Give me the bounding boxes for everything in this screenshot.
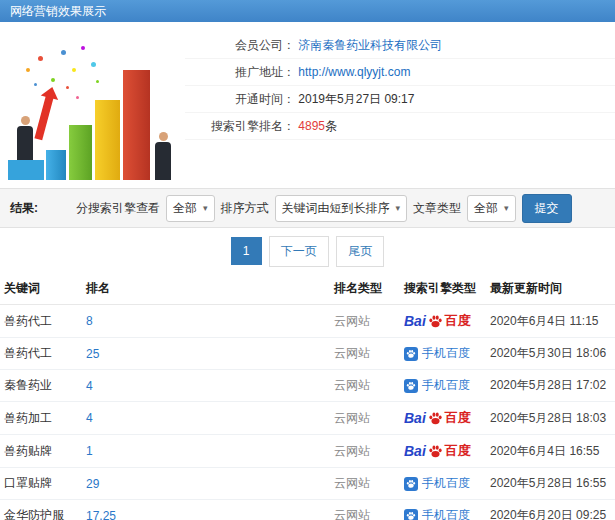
confetti-dot — [81, 46, 85, 50]
keyword-cell: 金华防护服 — [0, 500, 82, 520]
engine-cell: 手机百度 — [400, 500, 486, 520]
engine-cell: 手机百度 — [400, 468, 486, 500]
next-page-button[interactable]: 下一页 — [269, 236, 329, 267]
company-link[interactable]: 济南秦鲁药业科技有限公司 — [298, 38, 442, 52]
article-type-select[interactable]: 全部 ▾ — [467, 195, 516, 222]
paw-icon — [428, 314, 443, 329]
businessman-figure-left — [17, 116, 33, 160]
keyword-cell: 口罩贴牌 — [0, 468, 82, 500]
time-cell: 2020年6月4日 16:55 — [486, 435, 615, 468]
last-page-button[interactable]: 尾页 — [336, 236, 384, 267]
sort-filter-value: 关键词由短到长排序 — [282, 200, 390, 217]
confetti-dot — [38, 56, 43, 61]
red-arrow-icon — [34, 96, 53, 141]
rank-link[interactable]: 4 — [86, 379, 93, 393]
rank-cell: 17,25 — [82, 500, 330, 520]
summary-section: 会员公司： 济南秦鲁药业科技有限公司 推广地址： http://www.qlyy… — [0, 22, 615, 184]
col-rank-type: 排名类型 — [330, 273, 400, 305]
pagination: 1 下一页 尾页 — [0, 236, 615, 267]
engine-cell: Bai百度 — [400, 435, 486, 468]
page-1-button[interactable]: 1 — [231, 237, 262, 265]
baidu-latin-text: Bai — [404, 443, 426, 459]
mobile-baidu-logo: 手机百度 — [404, 377, 470, 394]
title-bar: 网络营销效果展示 — [0, 0, 615, 22]
sort-filter-select[interactable]: 关键词由短到长排序 ▾ — [275, 195, 408, 222]
rank-type-cell: 云网站 — [330, 402, 400, 435]
chart-bar-green — [69, 125, 92, 180]
paw-icon — [406, 479, 416, 489]
baidu-logo: Bai百度 — [404, 409, 471, 427]
rank-cell: 4 — [82, 370, 330, 402]
confetti-dot — [91, 62, 96, 67]
table-row: 秦鲁药业4云网站手机百度2020年5月28日 17:02 — [0, 370, 615, 402]
table-row: 口罩贴牌29云网站手机百度2020年5月28日 16:55 — [0, 468, 615, 500]
figure-head — [21, 116, 30, 125]
col-engine-type: 搜索引擎类型 — [400, 273, 486, 305]
paw-icon — [428, 444, 443, 459]
filter-bar: 结果: 分搜索引擎查看 全部 ▾ 排序方式 关键词由短到长排序 ▾ 文章类型 全… — [0, 188, 615, 228]
url-label: 推广地址： — [185, 59, 295, 86]
rank-link[interactable]: 25 — [86, 347, 99, 361]
figure-body — [155, 142, 171, 180]
time-cell: 2020年5月28日 17:02 — [486, 370, 615, 402]
keyword-cell: 兽药加工 — [0, 402, 82, 435]
keyword-cell: 秦鲁药业 — [0, 370, 82, 402]
mobile-baidu-logo: 手机百度 — [404, 507, 470, 520]
article-type-label: 文章类型 — [413, 200, 461, 217]
rank-link[interactable]: 8 — [86, 314, 93, 328]
company-info: 会员公司： 济南秦鲁药业科技有限公司 推广地址： http://www.qlyy… — [185, 22, 615, 140]
rank-count-suffix: 条 — [325, 119, 337, 133]
rank-link[interactable]: 1 — [86, 444, 93, 458]
open-time-label: 开通时间： — [185, 86, 295, 113]
engine-cell: Bai百度 — [400, 305, 486, 338]
engine-cell: Bai百度 — [400, 402, 486, 435]
promo-url-link[interactable]: http://www.qlyyjt.com — [298, 65, 410, 79]
rank-link[interactable]: 29 — [86, 477, 99, 491]
company-label: 会员公司： — [185, 32, 295, 59]
results-table: 关键词 排名 排名类型 搜索引擎类型 最新更新时间 兽药代工8云网站Bai百度2… — [0, 273, 615, 520]
time-cell: 2020年6月4日 11:15 — [486, 305, 615, 338]
paw-icon — [406, 511, 416, 520]
time-cell: 2020年5月28日 16:55 — [486, 468, 615, 500]
confetti-dot — [76, 96, 79, 99]
mobile-baidu-label: 手机百度 — [422, 377, 470, 394]
confetti-dot — [61, 50, 66, 55]
confetti-dot — [96, 80, 99, 83]
rank-type-cell: 云网站 — [330, 435, 400, 468]
baidu-latin-text: Bai — [404, 313, 426, 329]
chart-bar-blue — [46, 150, 66, 180]
keyword-cell: 兽药代工 — [0, 305, 82, 338]
baidu-logo: Bai百度 — [404, 312, 471, 330]
filter-controls: 分搜索引擎查看 全部 ▾ 排序方式 关键词由短到长排序 ▾ 文章类型 全部 ▾ … — [76, 194, 572, 223]
mobile-baidu-icon — [404, 347, 418, 361]
rank-type-cell: 云网站 — [330, 500, 400, 520]
time-cell: 2020年5月28日 18:03 — [486, 402, 615, 435]
baidu-logo: Bai百度 — [404, 442, 471, 460]
col-update-time: 最新更新时间 — [486, 273, 615, 305]
rank-type-cell: 云网站 — [330, 305, 400, 338]
platform-block — [8, 160, 44, 180]
table-row: 金华防护服17,25云网站手机百度2020年6月20日 09:25 — [0, 500, 615, 520]
rank-type-cell: 云网站 — [330, 338, 400, 370]
result-label: 结果: — [10, 200, 38, 217]
businessman-figure-right — [155, 132, 171, 180]
url-row: 推广地址： http://www.qlyyjt.com — [185, 59, 615, 86]
chevron-down-icon: ▾ — [203, 203, 208, 213]
submit-button[interactable]: 提交 — [522, 194, 572, 223]
mobile-baidu-logo: 手机百度 — [404, 345, 470, 362]
keyword-cell: 兽药代工 — [0, 338, 82, 370]
confetti-dot — [72, 68, 76, 72]
col-keyword: 关键词 — [0, 273, 82, 305]
table-row: 兽药代工25云网站手机百度2020年5月30日 18:06 — [0, 338, 615, 370]
confetti-dot — [51, 78, 55, 82]
table-row: 兽药代工8云网站Bai百度2020年6月4日 11:15 — [0, 305, 615, 338]
chevron-down-icon: ▾ — [504, 203, 509, 213]
baidu-cn-text: 百度 — [445, 442, 471, 460]
rank-link[interactable]: 4 — [86, 411, 93, 425]
figure-body — [17, 126, 33, 160]
confetti-dot — [26, 68, 30, 72]
rank-link[interactable]: 17,25 — [86, 509, 116, 520]
mobile-baidu-label: 手机百度 — [422, 345, 470, 362]
engine-filter-select[interactable]: 全部 ▾ — [166, 195, 215, 222]
page-title: 网络营销效果展示 — [10, 4, 106, 18]
